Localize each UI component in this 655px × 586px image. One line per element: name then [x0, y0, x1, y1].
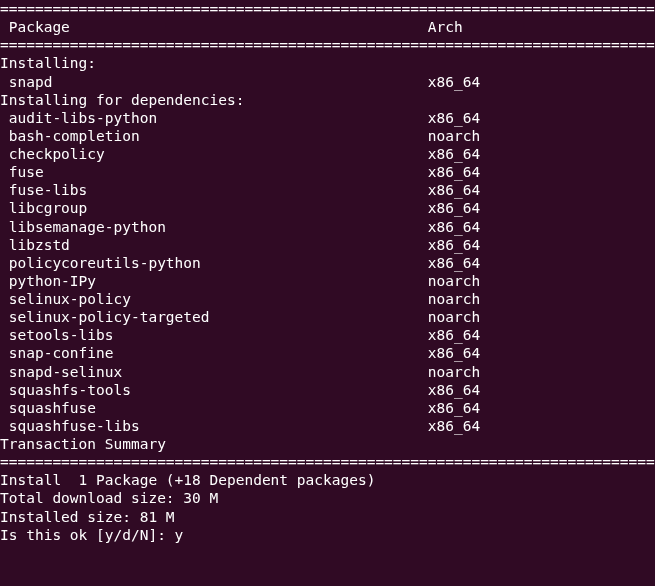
terminal-line: Package Arch: [0, 18, 655, 36]
terminal-line: snapd x86_64: [0, 73, 655, 91]
terminal-line: libcgroup x86_64: [0, 199, 655, 217]
terminal-line: bash-completion noarch: [0, 127, 655, 145]
terminal-line: squashfuse x86_64: [0, 399, 655, 417]
terminal-line: ========================================…: [0, 453, 655, 471]
terminal-output: ========================================…: [0, 0, 655, 544]
terminal-line: Transaction Summary: [0, 435, 655, 453]
terminal-line: selinux-policy-targeted noarch: [0, 308, 655, 326]
terminal-line: squashfuse-libs x86_64: [0, 417, 655, 435]
terminal-line: audit-libs-python x86_64: [0, 109, 655, 127]
terminal-line: libsemanage-python x86_64: [0, 218, 655, 236]
terminal-line: selinux-policy noarch: [0, 290, 655, 308]
terminal-line: Installed size: 81 M: [0, 508, 655, 526]
terminal-line: checkpolicy x86_64: [0, 145, 655, 163]
confirm-prompt-line: Is this ok [y/d/N]: y: [0, 526, 655, 544]
terminal-line: libzstd x86_64: [0, 236, 655, 254]
terminal-line: policycoreutils-python x86_64: [0, 254, 655, 272]
terminal-line: python-IPy noarch: [0, 272, 655, 290]
confirm-prompt-label: Is this ok [y/d/N]:: [0, 527, 175, 543]
confirm-prompt-input[interactable]: y: [175, 527, 184, 543]
terminal-line: Install 1 Package (+18 Dependent package…: [0, 471, 655, 489]
terminal-line: fuse-libs x86_64: [0, 181, 655, 199]
terminal-line: fuse x86_64: [0, 163, 655, 181]
terminal-line: Installing:: [0, 54, 655, 72]
terminal-line: Total download size: 30 M: [0, 489, 655, 507]
terminal-line: snap-confine x86_64: [0, 344, 655, 362]
terminal-line: squashfs-tools x86_64: [0, 381, 655, 399]
terminal-line: setools-libs x86_64: [0, 326, 655, 344]
terminal-line: ========================================…: [0, 36, 655, 54]
terminal-line: Installing for dependencies:: [0, 91, 655, 109]
terminal-line: snapd-selinux noarch: [0, 363, 655, 381]
terminal-line: ========================================…: [0, 0, 655, 18]
